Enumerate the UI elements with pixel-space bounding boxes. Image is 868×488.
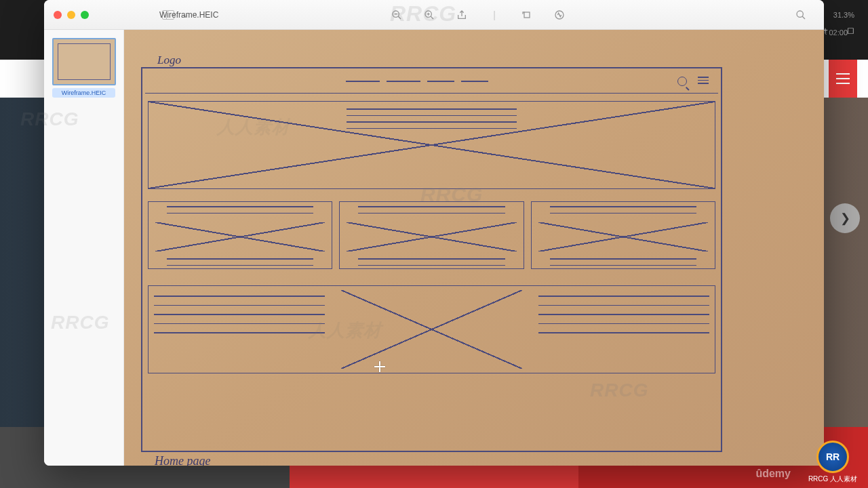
slider-next-button[interactable]: ❯ xyxy=(830,203,860,233)
window-traffic-lights xyxy=(54,11,89,19)
preview-sidebar: Wireframe.HEIC xyxy=(44,30,124,466)
wireframe-photo: Logo xyxy=(124,30,824,466)
video-zoom-level: 31.3% xyxy=(833,11,854,19)
svg-line-7 xyxy=(398,16,401,19)
sketch-wireframe-outline: Logo xyxy=(141,67,722,452)
sketch-page-label: Home page xyxy=(155,454,210,466)
cursor-crosshair-icon xyxy=(374,361,385,372)
svg-line-11 xyxy=(431,16,433,19)
window-title: Wireframe.HEIC xyxy=(159,10,218,20)
divider: | xyxy=(488,8,501,22)
zoom-window-button[interactable] xyxy=(81,11,89,19)
video-time-display: ‹ 02:00 xyxy=(825,28,848,37)
rotate-icon[interactable] xyxy=(520,8,534,22)
search-icon[interactable] xyxy=(794,8,808,22)
sketch-nav-item xyxy=(461,81,488,82)
sketch-hero-box xyxy=(148,101,715,189)
svg-line-15 xyxy=(802,16,805,19)
sketch-nav-item xyxy=(427,81,454,82)
sketch-burger-icon xyxy=(698,77,709,84)
sketch-divider xyxy=(145,93,718,94)
zoom-in-icon[interactable] xyxy=(422,8,436,22)
minimize-window-button[interactable] xyxy=(67,11,75,19)
sketch-card xyxy=(339,201,524,269)
sketch-nav-item xyxy=(387,81,420,82)
thumbnail-item[interactable] xyxy=(52,38,116,85)
rrcg-logo-text: RRCG 人人素材 xyxy=(808,474,857,484)
rrcg-badge-icon: RR xyxy=(816,441,849,473)
sketch-search-icon xyxy=(677,77,687,86)
sketch-card xyxy=(148,201,332,269)
sketch-bottom-section xyxy=(148,285,715,373)
menu-burger-icon[interactable] xyxy=(829,60,857,98)
share-icon[interactable] xyxy=(455,8,469,22)
zoom-out-icon[interactable] xyxy=(390,8,403,22)
thumbnail-label: Wireframe.HEIC xyxy=(52,88,115,98)
close-window-button[interactable] xyxy=(54,11,62,19)
rrcg-logo: RR RRCG 人人素材 xyxy=(802,441,864,484)
sketch-nav-item xyxy=(346,81,380,82)
udemy-watermark: ûdemy xyxy=(755,468,791,480)
markup-icon[interactable] xyxy=(553,8,566,22)
preview-titlebar[interactable]: ⌄ Wireframe.HEIC | xyxy=(44,0,824,30)
sketch-card-row xyxy=(148,201,715,269)
sketch-card xyxy=(531,201,715,269)
sketch-logo-label: Logo xyxy=(157,54,181,67)
preview-app-window: ⌄ Wireframe.HEIC | Wireframe.HEIC Logo xyxy=(44,0,824,466)
preview-main-viewport[interactable]: Logo xyxy=(124,30,824,466)
svg-point-14 xyxy=(797,11,803,17)
svg-rect-12 xyxy=(524,12,530,18)
